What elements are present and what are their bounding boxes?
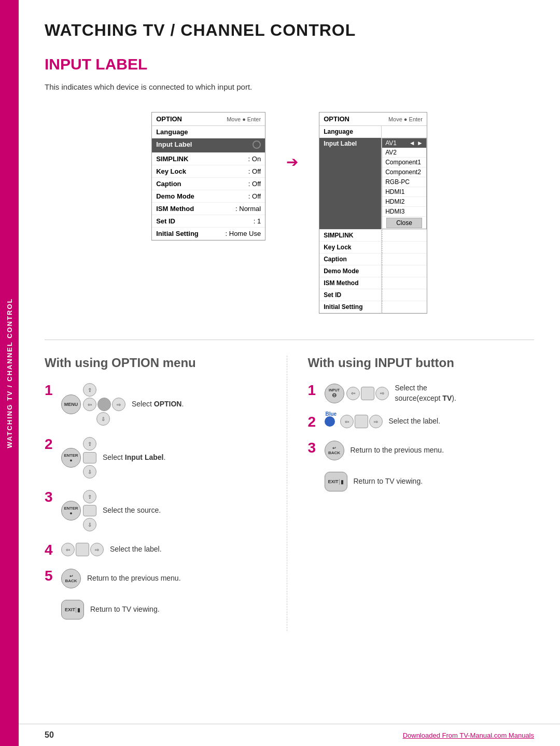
menu-row-caption: Caption : Off: [152, 178, 265, 190]
nav-left-r1-icon[interactable]: ⇦: [346, 387, 360, 400]
col-right: With using INPUT button 1 INPUT ⊖ ⇦: [287, 356, 535, 631]
menu-row-simplink: SIMPLINK : On: [152, 153, 265, 165]
step-right-exit: EXIT ▮ Return to TV viewing.: [308, 472, 535, 491]
nav-right-icon[interactable]: ⇨: [112, 398, 125, 411]
arrow-between: ➔: [286, 153, 298, 171]
dropdown-comp2: Component2: [382, 167, 426, 177]
step-left-1: 1 MENU ⇧ ⇦ ⇨ ⇩: [45, 383, 271, 426]
col-left: With using OPTION menu 1 MENU ⇧ ⇦ ⇨: [45, 356, 287, 631]
r-row-initial: Initial Setting: [319, 301, 427, 313]
menu-row-demomode: Demo Mode : Off: [152, 190, 265, 203]
r-row-input-label: Input Label AV1 ◄ ► AV2 Component1 Compo…: [319, 138, 427, 230]
step-left-3: 3 ENTER ● ⇧ ⇩ Select the source.: [45, 490, 271, 531]
menu-right-title: OPTION: [324, 115, 349, 123]
menu-left-title: OPTION: [156, 115, 182, 123]
section-divider: [45, 340, 534, 340]
circle-icon: [253, 140, 261, 149]
r-row-language: Language: [319, 126, 427, 138]
back-button-left[interactable]: ↩ BACK: [61, 569, 81, 588]
r-row-keylock: Key Lock: [319, 242, 427, 254]
nav-left-r2-icon[interactable]: ⇦: [340, 415, 354, 428]
side-label: WATCHING TV / CHANNEL CONTROL: [0, 0, 19, 746]
blue-button[interactable]: [325, 416, 335, 427]
step-right-2: 2 Blue ⇦ ⇨: [308, 415, 535, 429]
r-row-setid: Set ID: [319, 289, 427, 301]
footer-link[interactable]: Downloaded From TV-Manual.com Manuals: [403, 731, 534, 739]
dropdown-av1: AV1 ◄ ►: [382, 138, 426, 148]
nav-left-4-icon[interactable]: ⇦: [61, 543, 75, 556]
section-title: INPUT LABEL: [45, 55, 534, 73]
side-label-text: WATCHING TV / CHANNEL CONTROL: [6, 298, 13, 448]
nav-center-r1-icon[interactable]: [361, 387, 374, 400]
nav-center-2-icon[interactable]: [83, 452, 96, 463]
close-button[interactable]: Close: [382, 217, 426, 229]
nav-center-icon[interactable]: [97, 398, 111, 411]
option-menu-right-container: OPTION Move ● Enter Language Input Label: [319, 112, 427, 314]
input-button[interactable]: INPUT ⊖: [325, 384, 344, 403]
nav-left-icon[interactable]: ⇦: [83, 398, 96, 411]
nav-right-r2-icon[interactable]: ⇨: [369, 415, 383, 428]
nav-center-3-icon[interactable]: [83, 505, 96, 516]
step-right-3: 3 ↩ BACK Return to the previous menu.: [308, 441, 535, 460]
bottom-bar: 50 Downloaded From TV-Manual.com Manuals: [19, 724, 560, 746]
enter-button-1[interactable]: ENTER ●: [61, 448, 81, 468]
dropdown-hdmi3: HDMI3: [382, 207, 426, 217]
page-title: WATCHING TV / CHANNEL CONTROL: [45, 21, 534, 40]
step-left-4: 4 ⇦ ⇨ Select the label.: [45, 543, 271, 557]
menu-row-language: Language: [152, 126, 265, 138]
r-row-simplink: SIMPLINK: [319, 230, 427, 242]
nav-down-icon[interactable]: ⇩: [96, 412, 110, 426]
option-menu-right: OPTION Move ● Enter Language Input Label: [319, 112, 427, 314]
menu-right-nav: Move ● Enter: [388, 116, 423, 122]
col-left-title: With using OPTION menu: [45, 356, 271, 370]
col-right-title: With using INPUT button: [308, 356, 535, 370]
r-row-ism: ISM Method: [319, 277, 427, 289]
menus-container: OPTION Move ● Enter Language Input Label…: [45, 112, 534, 314]
nav-center-r2-icon[interactable]: [355, 415, 368, 428]
two-col: With using OPTION menu 1 MENU ⇧ ⇦ ⇨: [45, 356, 534, 631]
menu-row-initial: Initial Setting : Home Use: [152, 228, 265, 240]
step-left-2: 2 ENTER ● ⇧ ⇩ Select Input Label.: [45, 437, 271, 478]
dropdown-av2: AV2: [382, 148, 426, 158]
menu-right-header: OPTION Move ● Enter: [319, 112, 427, 126]
step-left-exit: EXIT ▮ Return to TV viewing.: [45, 600, 271, 620]
menu-left-header: OPTION Move ● Enter: [152, 112, 265, 126]
exit-button-left[interactable]: EXIT ▮: [61, 600, 84, 620]
nav-down-3-icon[interactable]: ⇩: [83, 518, 96, 531]
nav-up-2-icon[interactable]: ⇧: [83, 437, 96, 451]
back-button-right[interactable]: ↩ BACK: [325, 441, 344, 460]
menu-button[interactable]: MENU: [61, 395, 81, 414]
menu-row-ism: ISM Method : Normal: [152, 203, 265, 215]
page-number: 50: [45, 730, 54, 740]
dropdown-hdmi1: HDMI1: [382, 187, 426, 197]
dropdown-comp1: Component1: [382, 158, 426, 167]
r-row-caption: Caption: [319, 254, 427, 265]
menu-row-input-label: Input Label: [152, 138, 265, 153]
description: This indicates which device is connected…: [45, 82, 534, 91]
nav-right-4-icon[interactable]: ⇨: [90, 543, 104, 556]
dropdown-hdmi2: HDMI2: [382, 197, 426, 207]
enter-button-2[interactable]: ENTER ●: [61, 501, 81, 520]
r-row-demomode: Demo Mode: [319, 265, 427, 277]
menu-row-setid: Set ID : 1: [152, 215, 265, 228]
dropdown-rgbpc: RGB-PC: [382, 177, 426, 187]
exit-button-right[interactable]: EXIT ▮: [325, 472, 347, 491]
nav-up-3-icon[interactable]: ⇧: [83, 490, 96, 503]
option-menu-left: OPTION Move ● Enter Language Input Label…: [151, 112, 265, 241]
nav-down-2-icon[interactable]: ⇩: [83, 465, 96, 478]
nav-up-icon[interactable]: ⇧: [83, 383, 96, 397]
nav-center-4-icon[interactable]: [76, 543, 89, 556]
nav-right-r1-icon[interactable]: ⇨: [375, 387, 389, 400]
step-right-1: 1 INPUT ⊖ ⇦ ⇨: [308, 383, 535, 403]
main-content: WATCHING TV / CHANNEL CONTROL INPUT LABE…: [19, 0, 560, 652]
menu-left-nav: Move ● Enter: [227, 116, 261, 122]
menu-row-keylock: Key Lock : Off: [152, 165, 265, 178]
step-left-5: 5 ↩ BACK Return to the previous menu.: [45, 569, 271, 588]
